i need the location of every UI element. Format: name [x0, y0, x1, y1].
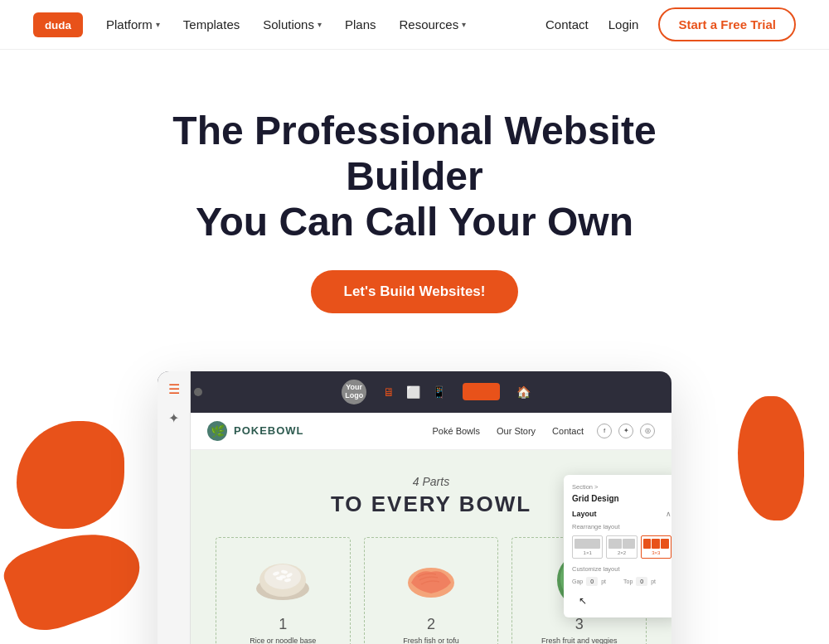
layout-section: Layout ∧ Rearrange layout 1×1 — [572, 510, 671, 559]
browser-mock: Your Logo 🖥 ⬜ 📱 🏠 ☰ ✦ — [158, 371, 671, 644]
layout-options: 1×1 2×2 3×3 — [572, 535, 671, 559]
nav-templates[interactable]: Templates — [183, 17, 240, 31]
gap-val[interactable]: 0 — [586, 577, 598, 586]
browser-device-icons: 🖥 ⬜ 📱 — [383, 385, 446, 399]
site-nav-link-3[interactable]: Contact — [552, 426, 584, 436]
top-unit: pt — [651, 579, 656, 584]
nav-platform[interactable]: Platform ▾ — [106, 17, 160, 31]
browser-chrome: Your Logo 🖥 ⬜ 📱 🏠 — [158, 371, 671, 413]
platform-chevron-icon: ▾ — [156, 20, 160, 29]
editor-body: ☰ ✦ 🌿 POKEBOWL Poké Bowls Our Story — [158, 413, 671, 644]
site-logo: 🌿 POKEBOWL — [207, 421, 304, 441]
browser-section: Your Logo 🖥 ⬜ 📱 🏠 ☰ ✦ — [0, 355, 829, 644]
blob-left-top — [17, 421, 124, 529]
food-img-1 — [250, 550, 316, 608]
mobile-icon[interactable]: 📱 — [432, 385, 446, 399]
panel-title: Grid Design — [572, 494, 671, 503]
instagram-icon[interactable]: ◎ — [640, 424, 655, 438]
panel-breadcrumb: Section > — [572, 483, 671, 491]
rice-svg — [253, 554, 313, 603]
duda-logo-svg: duda — [33, 12, 83, 38]
customize-label: Customize layout — [572, 565, 671, 573]
website-preview: 🌿 POKEBOWL Poké Bowls Our Story Contact … — [191, 413, 671, 644]
site-nav-links: Poké Bowls Our Story Contact — [433, 426, 584, 436]
hero-title: The Professional Website Builder You Can… — [124, 108, 705, 245]
side-panel: Section > Grid Design Layout ∧ Rearrange… — [564, 475, 671, 617]
site-nav: 🌿 POKEBOWL Poké Bowls Our Story Contact … — [191, 413, 671, 450]
browser-logo-area: Your Logo — [342, 380, 366, 404]
hero-section: The Professional Website Builder You Can… — [0, 50, 829, 355]
customize-section: Customize layout Gap 0 pt Top 0 — [572, 565, 671, 603]
item3-label: Fresh fruit and veggies — [521, 637, 638, 644]
browser-toolbar: Your Logo 🖥 ⬜ 📱 🏠 — [212, 380, 660, 404]
browser-dot-3 — [194, 388, 202, 396]
trial-button[interactable]: Start a Free Trial — [658, 7, 796, 41]
item3-num: 3 — [521, 616, 638, 633]
leaf-icon: 🌿 — [211, 424, 225, 438]
site-logo-icon: 🌿 — [207, 421, 227, 441]
item2-label: Fresh fish or tofu — [373, 637, 490, 644]
gap-unit: pt — [601, 579, 606, 584]
grid-item-1: 1 Rice or noodle base — [216, 537, 351, 644]
layout-opt-1[interactable]: 1×1 — [572, 535, 603, 559]
layout-toggle[interactable]: ∧ — [666, 510, 671, 518]
publish-button[interactable] — [463, 383, 500, 400]
food-img-2 — [398, 550, 464, 608]
cta-button[interactable]: Let's Build Websites! — [311, 270, 519, 313]
rearrange-label: Rearrange layout — [572, 523, 671, 530]
browser-logo-text: Your Logo — [342, 384, 366, 400]
item1-num: 1 — [225, 616, 342, 633]
twitter-icon[interactable]: ✦ — [618, 424, 633, 438]
customize-grid: Gap 0 pt Top 0 pt — [572, 577, 671, 586]
resources-chevron-icon: ▾ — [462, 20, 466, 29]
layout-header: Layout ∧ — [572, 510, 671, 518]
gap-key: Gap — [572, 579, 583, 584]
nav-right: Contact Login Start a Free Trial — [545, 7, 796, 41]
site-social-icons: f ✦ ◎ — [597, 424, 655, 438]
layout-opt-2[interactable]: 2×2 — [606, 535, 637, 559]
nav-links: Platform ▾ Templates Solutions ▾ Plans R… — [106, 17, 545, 31]
facebook-icon[interactable]: f — [597, 424, 612, 438]
nav-resources[interactable]: Resources ▾ — [399, 17, 466, 31]
top-val[interactable]: 0 — [636, 577, 647, 586]
site-brand-name: POKEBOWL — [234, 424, 304, 437]
item2-num: 2 — [373, 616, 490, 633]
add-icon[interactable]: ✦ — [168, 410, 179, 426]
nav-login-link[interactable]: Login — [608, 17, 639, 31]
blob-right-top — [738, 396, 804, 521]
blob-left-bottom — [0, 516, 151, 640]
top-row: Top 0 pt — [623, 577, 671, 586]
left-sidebar: ☰ ✦ — [158, 371, 191, 644]
browser-logo-circle: Your Logo — [342, 380, 366, 404]
layout-opt-3[interactable]: 3×3 — [641, 535, 671, 559]
nav-contact-link[interactable]: Contact — [545, 17, 589, 31]
cursor-icon: ↖ — [579, 595, 587, 607]
layout-label: Layout — [572, 510, 597, 518]
layers-icon[interactable]: ☰ — [168, 381, 180, 397]
svg-text:duda: duda — [45, 19, 72, 31]
site-nav-link-2[interactable]: Our Story — [497, 426, 536, 436]
tablet-icon[interactable]: ⬜ — [406, 385, 420, 399]
nav-plans[interactable]: Plans — [345, 17, 376, 31]
logo[interactable]: duda — [33, 12, 83, 38]
desktop-icon[interactable]: 🖥 — [383, 385, 395, 399]
home-icon[interactable]: 🏠 — [516, 385, 531, 399]
solutions-chevron-icon: ▾ — [318, 20, 322, 29]
grid-item-2: 2 Fresh fish or tofu — [364, 537, 499, 644]
nav-solutions[interactable]: Solutions ▾ — [263, 17, 322, 31]
top-key: Top — [623, 579, 633, 584]
item1-label: Rice or noodle base — [225, 637, 342, 644]
main-nav: duda Platform ▾ Templates Solutions ▾ Pl… — [0, 0, 829, 50]
cursor-area: ↖ — [572, 586, 671, 603]
site-nav-link-1[interactable]: Poké Bowls — [433, 426, 480, 436]
salmon-svg — [401, 554, 461, 603]
site-content: 4 Parts TO EVERY BOWL — [191, 450, 671, 644]
gap-row: Gap 0 pt — [572, 577, 620, 586]
